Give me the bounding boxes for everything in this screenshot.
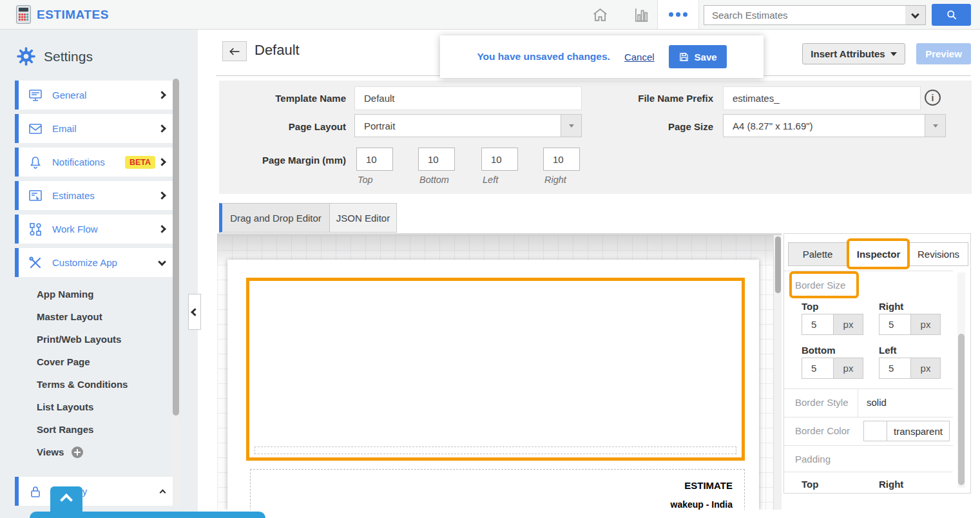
- unit-px: px: [833, 358, 863, 379]
- home-icon[interactable]: [591, 6, 609, 23]
- unsaved-message: You have unsaved changes.: [477, 51, 610, 62]
- margin-top-caption: Top: [358, 175, 373, 185]
- margin-right-caption: Right: [544, 175, 566, 185]
- subitem-print-web-layouts[interactable]: Print/Web Layouts: [37, 334, 128, 345]
- search-scope-dropdown[interactable]: [905, 5, 926, 25]
- app-logo[interactable]: ESTIMATES: [16, 5, 109, 24]
- document-icon: [27, 188, 44, 204]
- sidebar-collapse-handle[interactable]: [188, 294, 201, 330]
- divider: [784, 417, 953, 417]
- save-button[interactable]: Save: [669, 45, 727, 68]
- cancel-link[interactable]: Cancel: [624, 52, 655, 62]
- sidebar-scrollbar-thumb[interactable]: [173, 79, 179, 416]
- subitem-list-layouts[interactable]: List Layouts: [37, 402, 128, 412]
- editor-canvas: ESTIMATE wakeup - India: [217, 233, 782, 510]
- divider: [784, 388, 953, 389]
- margin-left-caption: Left: [483, 175, 498, 185]
- subitem-sort-ranges[interactable]: Sort Ranges: [37, 425, 128, 435]
- margin-right-input[interactable]: [543, 148, 580, 171]
- inspector-scrollbar-thumb[interactable]: [958, 334, 965, 485]
- tab-palette[interactable]: Palette: [788, 242, 847, 266]
- border-style-label: Border Style: [795, 397, 849, 408]
- subitem-views[interactable]: Views: [37, 447, 128, 457]
- border-bottom-input[interactable]: [802, 358, 834, 379]
- document-subtitle: wakeup - India: [251, 499, 733, 510]
- caret-down-icon: [925, 115, 945, 137]
- page-size-select[interactable]: A4 (8.27" x 11.69"): [723, 114, 946, 137]
- border-color-label: Border Color: [795, 425, 850, 436]
- inner-drop-zone[interactable]: [255, 446, 736, 454]
- security-menu: Security: [15, 477, 173, 510]
- margin-bottom-caption: Bottom: [419, 175, 449, 185]
- search-input[interactable]: [704, 5, 906, 25]
- more-dots-icon[interactable]: [657, 0, 699, 29]
- page-layout-select[interactable]: Portrait: [354, 114, 582, 137]
- unit-px: px: [910, 358, 941, 379]
- document-header-block[interactable]: ESTIMATE wakeup - India: [250, 469, 745, 510]
- border-right-input[interactable]: [879, 314, 911, 335]
- inspector-panel: Palette Inspector Revisions Border Size …: [783, 233, 971, 494]
- sidebar-item-security[interactable]: Security: [15, 477, 173, 506]
- app-name: ESTIMATES: [37, 8, 109, 22]
- tab-revisions[interactable]: Revisions: [908, 242, 968, 266]
- customize-app-submenu: App Naming Master Layout Print/Web Layou…: [37, 289, 128, 470]
- margin-bottom-input[interactable]: [418, 148, 455, 171]
- scroll-to-top-button[interactable]: [50, 486, 82, 518]
- unit-px: px: [910, 314, 941, 335]
- chevron-up-icon: [160, 490, 166, 496]
- app-root: ESTIMATES: [0, 0, 980, 518]
- chevron-down-icon: [911, 10, 919, 19]
- sidebar-item-workflow[interactable]: Work Flow: [15, 215, 173, 244]
- main-content: Default Insert Attributes Preview You ha…: [198, 30, 980, 518]
- divider: [784, 472, 953, 472]
- settings-menu: General Email Notifications BETA: [15, 81, 173, 282]
- plus-circle-icon[interactable]: [72, 446, 83, 458]
- border-right-group: px: [879, 314, 941, 335]
- file-name-prefix-input[interactable]: [723, 86, 921, 110]
- tools-icon: [27, 255, 44, 271]
- info-icon[interactable]: [925, 90, 941, 106]
- tab-json-editor[interactable]: JSON Editor: [330, 203, 397, 233]
- bar-chart-icon[interactable]: [633, 6, 650, 23]
- padding-top-label: Top: [802, 479, 818, 490]
- margin-left-input[interactable]: [481, 148, 518, 171]
- page-margin-label: Page Margin (mm): [226, 155, 346, 166]
- margin-top-input[interactable]: [356, 148, 393, 171]
- sidebar-item-general[interactable]: General: [15, 81, 173, 110]
- preview-button[interactable]: Preview: [916, 43, 971, 64]
- template-name-input[interactable]: [354, 86, 582, 110]
- monitor-icon: [27, 88, 44, 103]
- color-swatch[interactable]: [864, 421, 887, 441]
- unsaved-changes-card: You have unsaved changes. Cancel Save: [440, 35, 764, 78]
- tab-inspector[interactable]: Inspector: [850, 242, 907, 266]
- border-color-picker[interactable]: transparent: [863, 421, 950, 441]
- border-style-value[interactable]: solid: [867, 397, 887, 408]
- subitem-cover-page[interactable]: Cover Page: [37, 357, 128, 367]
- sidebar-item-estimates[interactable]: Estimates: [15, 181, 173, 210]
- insert-attributes-button[interactable]: Insert Attributes: [802, 43, 905, 64]
- border-bottom-label: Bottom: [802, 345, 836, 356]
- border-top-label: Top: [802, 301, 818, 312]
- divider: [784, 445, 953, 446]
- sidebar-item-notifications[interactable]: Notifications BETA: [15, 148, 173, 177]
- subitem-app-naming[interactable]: App Naming: [37, 289, 128, 300]
- chevron-right-icon: [158, 91, 166, 99]
- back-button[interactable]: [222, 41, 247, 61]
- subitem-terms-conditions[interactable]: Terms & Conditions: [37, 379, 128, 390]
- envelope-icon: [27, 121, 44, 137]
- sidebar-item-label: Notifications: [52, 157, 125, 168]
- border-top-input[interactable]: [802, 314, 834, 335]
- sidebar-item-customize-app[interactable]: Customize App: [15, 248, 173, 277]
- page-size-label: Page Size: [606, 121, 713, 132]
- subitem-master-layout[interactable]: Master Layout: [37, 312, 128, 322]
- sidebar-item-label: Customize App: [52, 257, 159, 268]
- chevron-right-icon: [158, 191, 166, 200]
- search-button[interactable]: [932, 4, 971, 26]
- sidebar-item-email[interactable]: Email: [15, 114, 173, 143]
- tab-drag-and-drop-editor[interactable]: Drag and Drop Editor: [219, 203, 330, 233]
- selected-element-outline[interactable]: [246, 278, 745, 461]
- back-arrow-icon: [228, 46, 241, 57]
- gear-icon: [16, 46, 36, 66]
- canvas-scrollbar-thumb[interactable]: [775, 236, 781, 293]
- border-left-input[interactable]: [879, 358, 911, 379]
